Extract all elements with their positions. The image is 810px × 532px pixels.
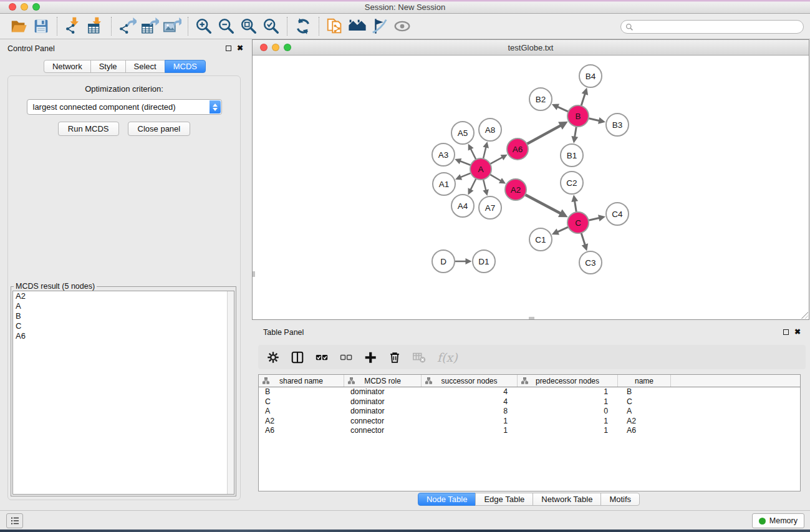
zoom-fit-icon[interactable] [238, 16, 260, 37]
cell-MCDS-role: dominator [344, 407, 422, 417]
edge-A-A2[interactable] [490, 175, 501, 181]
import-table-icon[interactable] [84, 16, 107, 37]
node-label-B4: B4 [586, 72, 596, 81]
close-panel-button[interactable]: Close panel [128, 122, 191, 136]
result-item[interactable]: A6 [13, 331, 234, 341]
result-item[interactable]: C [13, 321, 234, 331]
mcds-result-list[interactable]: A2ABCA6 [12, 291, 234, 495]
zoom-in-icon[interactable] [193, 16, 215, 37]
column-header-name[interactable]: name [618, 375, 671, 387]
column-header-predecessor-nodes[interactable]: predecessor nodes [518, 375, 618, 387]
close-table-panel-icon[interactable]: ✖ [794, 329, 801, 335]
search-field[interactable] [620, 20, 804, 34]
cell-shared-name: C [259, 397, 344, 407]
edge-C-C4[interactable] [589, 218, 600, 220]
column-label: name [635, 377, 653, 385]
edge-A-A4[interactable] [470, 179, 476, 190]
toolbar-separator [111, 17, 112, 36]
run-mcds-button[interactable]: Run MCDS [58, 122, 119, 136]
delete-table-icon [412, 350, 427, 365]
cell-shared-name: B [259, 387, 344, 397]
first-neighbors-icon[interactable] [346, 16, 369, 37]
search-input[interactable] [636, 22, 803, 31]
dropdown-stepper-icon [210, 100, 221, 114]
tab-edge-table[interactable]: Edge Table [475, 493, 533, 506]
edge-B-B2[interactable] [557, 107, 568, 112]
edge-arrowhead [483, 189, 489, 196]
table-settings-icon[interactable] [266, 350, 281, 365]
show-panels-button[interactable] [6, 513, 23, 528]
edge-A-A6[interactable] [490, 157, 503, 164]
result-item[interactable]: B [13, 311, 234, 321]
table-row[interactable]: Cdominator41C [259, 397, 800, 407]
column-header-shared-name[interactable]: shared name [259, 375, 344, 387]
refresh-icon[interactable] [292, 16, 314, 37]
tab-network[interactable]: Network [44, 60, 91, 73]
edge-A-A5[interactable] [471, 148, 476, 159]
zoom-out-icon[interactable] [215, 16, 238, 37]
cell-MCDS-role: dominator [344, 387, 422, 397]
result-list-scrollbar[interactable] [227, 291, 234, 494]
zoom-selected-icon[interactable] [260, 16, 282, 37]
table-header-row: shared nameMCDS rolesuccessor nodesprede… [259, 375, 800, 387]
column-header-MCDS-role[interactable]: MCDS role [344, 375, 422, 387]
result-item[interactable]: A2 [13, 291, 234, 301]
new-network-from-selection-icon[interactable] [324, 16, 346, 37]
show-columns-icon[interactable] [290, 350, 305, 365]
edge-A-A3[interactable] [460, 161, 471, 165]
edge-B-B1[interactable] [575, 127, 577, 137]
network-graph[interactable]: AA1A2A3A4A5A6A7A8BB1B2B3B4CC1C2C3C4DD1 [253, 56, 809, 319]
edge-A-A8[interactable] [483, 147, 486, 158]
import-network-icon[interactable] [62, 16, 84, 37]
network-canvas[interactable]: AA1A2A3A4A5A6A7A8BB1B2B3B4CC1C2C3C4DD1 [253, 56, 809, 319]
tab-select[interactable]: Select [125, 60, 165, 73]
edge-A2-C[interactable] [525, 195, 561, 213]
tab-mcds[interactable]: MCDS [165, 60, 206, 73]
edge-A-A1[interactable] [460, 173, 471, 178]
save-session-icon[interactable] [30, 16, 52, 37]
select-all-rows-icon[interactable] [314, 350, 329, 365]
edge-A6-B[interactable] [527, 125, 561, 144]
edge-arrowhead [582, 88, 588, 95]
table-row[interactable]: A2connector11A2 [259, 417, 800, 427]
column-label: predecessor nodes [536, 377, 599, 385]
edge-C-C3[interactable] [581, 233, 585, 246]
hide-graphics-details-icon[interactable] [369, 16, 391, 37]
app-titlebar: Session: New Session [0, 0, 810, 14]
delete-row-icon[interactable] [387, 350, 402, 365]
float-table-panel-icon[interactable] [783, 329, 789, 335]
export-network-icon[interactable] [116, 16, 138, 37]
edge-A-A7[interactable] [483, 180, 486, 191]
edge-C-C2[interactable] [574, 201, 576, 212]
edge-C-C1[interactable] [557, 227, 568, 232]
node-label-C2: C2 [566, 178, 577, 188]
edge-B-B3[interactable] [589, 118, 600, 121]
cell-successor-nodes: 4 [422, 387, 518, 397]
open-session-icon[interactable] [7, 16, 30, 37]
show-graphics-details-icon[interactable] [391, 16, 413, 37]
table-row[interactable]: Adominator80A [259, 407, 800, 417]
node-label-D1: D1 [478, 257, 489, 266]
deselect-all-rows-icon[interactable] [339, 350, 354, 365]
float-panel-icon[interactable] [226, 46, 231, 51]
edge-B-B4[interactable] [581, 94, 585, 106]
add-row-icon[interactable] [363, 350, 378, 365]
table-body: Bdominator41BCdominator41CAdominator80AA… [259, 387, 800, 436]
tab-motifs[interactable]: Motifs [600, 493, 640, 506]
memory-button[interactable]: Memory [752, 513, 804, 528]
tab-network-table[interactable]: Network Table [533, 493, 601, 506]
tab-style[interactable]: Style [90, 60, 126, 73]
table-row[interactable]: Bdominator41B [259, 387, 800, 397]
cell-successor-nodes: 8 [422, 407, 518, 417]
tab-node-table[interactable]: Node Table [418, 493, 476, 506]
session-title: Session: New Session [0, 2, 810, 12]
table-row[interactable]: A6connector11A6 [259, 426, 800, 436]
node-table[interactable]: shared nameMCDS rolesuccessor nodesprede… [258, 374, 801, 491]
column-header-successor-nodes[interactable]: successor nodes [422, 375, 518, 387]
close-panel-icon[interactable]: ✖ [237, 45, 243, 51]
export-table-icon[interactable] [138, 16, 161, 37]
result-item[interactable]: A [13, 301, 234, 311]
shared-column-icon [425, 377, 432, 386]
criterion-dropdown[interactable]: largest connected component (directed) [27, 99, 222, 115]
export-image-icon[interactable] [161, 16, 183, 37]
